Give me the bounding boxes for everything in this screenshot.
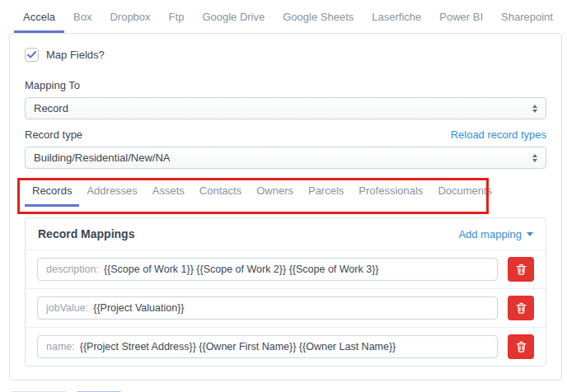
record-type-label: Record type (25, 128, 82, 141)
tab-ftp[interactable]: Ftp (160, 11, 194, 33)
add-mapping-button[interactable]: Add mapping (458, 228, 533, 240)
record-type-value: Building/Residential/New/NA (34, 152, 170, 164)
mapping-to-select[interactable]: Record (25, 97, 546, 119)
tab-power-bi[interactable]: Power BI (430, 11, 492, 33)
trash-icon (516, 302, 527, 314)
mapping-input-name[interactable]: name: {{Project Street Address}} {{Owner… (37, 335, 498, 358)
integration-tab-bar: Accela Box Dropbox Ftp Google Drive Goog… (0, 0, 567, 33)
map-fields-row: Map Fields? (25, 48, 546, 62)
tab-owners[interactable]: Owners (249, 184, 301, 207)
tab-contacts[interactable]: Contacts (192, 184, 249, 207)
tab-laserfiche[interactable]: Laserfiche (363, 11, 430, 33)
mapping-to-label: Mapping To (25, 79, 546, 91)
tab-accela[interactable]: Accela (14, 11, 64, 33)
delete-mapping-button[interactable] (508, 257, 534, 282)
tab-dropbox[interactable]: Dropbox (101, 11, 159, 33)
mapping-field-value: {{Scope of Work 1}} {{Scope of Work 2}} … (104, 264, 379, 275)
mapping-row-name: name: {{Project Street Address}} {{Owner… (26, 327, 546, 366)
tab-sharepoint[interactable]: Sharepoint (492, 11, 562, 33)
mapping-field-value: {{Project Valuation}} (93, 302, 184, 314)
tab-google-sheets[interactable]: Google Sheets (274, 11, 363, 33)
trash-icon (516, 264, 527, 275)
delete-mapping-button[interactable] (508, 334, 534, 359)
chevron-down-icon (527, 232, 533, 236)
mapping-tab-bar: Records Addresses Assets Contacts Owners… (25, 184, 546, 207)
mapping-field-name: name: (46, 341, 75, 352)
tab-addresses[interactable]: Addresses (79, 184, 144, 207)
tab-google-drive[interactable]: Google Drive (193, 11, 274, 33)
mapping-field-name: description: (46, 264, 99, 275)
reload-record-types-link[interactable]: Reload record types (451, 128, 546, 141)
tab-documents[interactable]: Documents (430, 184, 499, 207)
mapping-input-jobvalue[interactable]: jobValue: {{Project Valuation}} (37, 296, 498, 320)
record-type-row: Record type Reload record types (25, 128, 546, 141)
mapping-field-value: {{Project Street Address}} {{Owner First… (80, 341, 396, 352)
tab-parcels[interactable]: Parcels (301, 184, 351, 207)
tab-records[interactable]: Records (25, 184, 79, 207)
trash-icon (516, 341, 527, 352)
map-fields-checkbox[interactable] (25, 48, 39, 62)
mapping-input-description[interactable]: description: {{Scope of Work 1}} {{Scope… (37, 258, 498, 281)
select-stepper-icon (532, 154, 537, 162)
tab-assets[interactable]: Assets (145, 184, 192, 207)
mapping-field-name: jobValue: (46, 302, 88, 314)
mapping-row-description: description: {{Scope of Work 1}} {{Scope… (26, 250, 546, 288)
checkmark-icon (27, 51, 36, 58)
record-mappings-title: Record Mappings (38, 227, 134, 240)
select-stepper-icon (532, 105, 537, 113)
accela-settings-panel: Map Fields? Mapping To Record Record typ… (9, 33, 562, 380)
tab-box[interactable]: Box (64, 11, 101, 33)
mapping-row-jobvalue: jobValue: {{Project Valuation}} (26, 288, 546, 327)
map-fields-label: Map Fields? (46, 49, 105, 61)
record-type-select[interactable]: Building/Residential/New/NA (25, 147, 546, 169)
mapping-to-value: Record (34, 102, 68, 114)
tab-professionals[interactable]: Professionals (351, 184, 430, 207)
add-mapping-label: Add mapping (458, 228, 522, 240)
record-mappings-header: Record Mappings Add mapping (26, 218, 546, 250)
record-mappings-card: Record Mappings Add mapping description:… (25, 217, 546, 366)
delete-mapping-button[interactable] (508, 296, 534, 320)
